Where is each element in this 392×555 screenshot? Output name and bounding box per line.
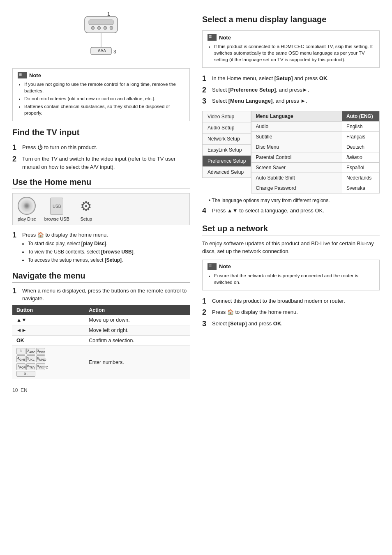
step-2-lang: 2 Select [Preference Setup], and press►. (202, 86, 380, 95)
svg-text:1: 1 (107, 12, 110, 17)
menu-item-network-setup: Network Setup (202, 133, 251, 144)
note-box-network: Note Ensure that the network cable is pr… (202, 260, 380, 290)
step-text: Select [Menu Language], and press ►. (212, 97, 307, 105)
option-label: Parental Control (251, 152, 342, 162)
step-num: 3 (202, 97, 212, 106)
lang-steps: 1 In the Home menu, select [Setup] and p… (202, 74, 380, 106)
disc-icon (18, 197, 36, 215)
home-menu-title: Use the Home menu (12, 177, 190, 189)
menu-item-audio-setup: Audio Setup (202, 122, 251, 133)
step-text: Connect this product to the broadband mo… (212, 297, 345, 305)
numpad: 1 2ABC 3DEF 4GHI 5JKL 6MNO 7PQRS 8TUV 9W… (16, 348, 81, 377)
step-text: When a menu is displayed, press the butt… (22, 287, 190, 303)
note-box-batteries: Note If you are not going to use the rem… (12, 68, 190, 121)
note-bullet: Do not mix batteries (old and new or car… (24, 95, 184, 102)
table-header-button: Button (12, 305, 85, 315)
note-icon (18, 72, 27, 78)
step-text: Select [Preference Setup], and press►. (212, 86, 309, 94)
step-num: 2 (202, 86, 212, 95)
option-value: Français (342, 132, 379, 142)
home-menu-section: Use the Home menu play Disc USB browse U… (12, 177, 190, 265)
note-header: Note (18, 72, 184, 78)
navigate-table: Button Action ▲▼ Move up or down. ◄► Mov… (12, 305, 190, 379)
option-row-subtitle: Subtitle Français (251, 131, 380, 142)
note-icon (208, 263, 217, 270)
option-header-label: Menu Language (251, 111, 342, 121)
step-text: Press 🏠 to display the home menu. To sta… (22, 231, 135, 265)
step-text: Select [Setup] and press OK. (212, 320, 283, 328)
step-num: 1 (12, 143, 22, 152)
note-bullet: Batteries contain chemical substances, s… (24, 103, 184, 116)
play-disc-label: play Disc (18, 216, 36, 221)
step-text: Turn on the TV and switch to the video i… (22, 155, 190, 171)
step-2-network: 2 Press 🏠 to display the home menu. (202, 308, 380, 317)
navigate-menu-section: Navigate the menu 1 When a menu is displ… (12, 271, 190, 379)
step-num: 1 (202, 74, 212, 83)
step-3-network: 3 Select [Setup] and press OK. (202, 320, 380, 329)
option-value: Italiano (342, 152, 379, 162)
key-1: 1 (16, 348, 25, 355)
set-up-network-title: Set up a network (202, 224, 380, 235)
select-language-title: Select a menu display language (202, 15, 380, 26)
step-text: Press ⏻ to turn on this product. (22, 143, 97, 152)
svg-point-4 (104, 26, 107, 30)
find-tv-input-section: Find the TV input 1 Press ⏻ to turn on t… (12, 128, 190, 171)
step-1-navigate: 1 When a menu is displayed, press the bu… (12, 287, 190, 303)
device-image: 1 AAA 3 (12, 8, 190, 62)
menu-item-video-setup: Video Setup (202, 111, 251, 122)
option-label: Disc Menu (251, 142, 342, 152)
select-language-section: Select a menu display language Note If t… (202, 15, 380, 216)
option-label: Change Password (251, 183, 342, 193)
step-2-find-tv: 2 Turn on the TV and switch to the video… (12, 155, 190, 171)
set-up-network-section: Set up a network To enjoy software updat… (202, 224, 380, 329)
note-title: Note (29, 72, 41, 78)
svg-rect-1 (89, 20, 113, 25)
option-header-row: Menu Language Auto (ENG) (251, 111, 380, 121)
step-num: 1 (12, 287, 22, 296)
action-cell: Move up or down. (85, 315, 190, 325)
step-4-lang: 4 Press ▲▼ to select a language, and pre… (202, 207, 380, 216)
network-intro: To enjoy software updates of this produc… (202, 240, 380, 256)
browse-usb-label: browse USB (44, 216, 69, 221)
options-column: Menu Language Auto (ENG) Audio English S… (251, 111, 380, 193)
bullet: To access the setup menus, select [Setup… (28, 256, 135, 264)
step-1-home-menu: 1 Press 🏠 to display the home menu. To s… (12, 231, 190, 265)
key-3: 3DEF (36, 348, 45, 355)
home-menu-bullets: To start disc play, select [play Disc]. … (22, 240, 135, 264)
setup-icon-item: ⚙ Setup (78, 198, 95, 221)
table-row: ◄► Move left or right. (12, 325, 190, 335)
page-number: 10 EN (12, 387, 190, 393)
step-num: 1 (12, 231, 22, 240)
button-cell: ▲▼ (12, 315, 85, 325)
option-value: English (342, 122, 379, 131)
key-7: 7PQRS (16, 363, 25, 370)
note-title: Note (219, 35, 231, 41)
svg-point-2 (91, 26, 95, 30)
button-cell: OK (12, 335, 85, 345)
table-row: ▲▼ Move up or down. (12, 315, 190, 325)
option-header-value: Auto (ENG) (342, 111, 379, 121)
svg-text:3: 3 (113, 49, 116, 55)
navigate-menu-title: Navigate the menu (12, 271, 190, 283)
key-2: 2ABC (26, 348, 35, 355)
note-box-language: Note If this product is connected to a H… (202, 30, 380, 68)
menu-item-preference-setup: Preference Setup (202, 155, 251, 166)
step-1-network: 1 Connect this product to the broadband … (202, 297, 380, 306)
network-steps: 1 Connect this product to the broadband … (202, 297, 380, 329)
setup-label: Setup (80, 216, 92, 221)
option-row-change-password: Change Password Svenska (251, 183, 380, 193)
action-cell: Confirm a selection. (85, 335, 190, 345)
note-title: Note (219, 263, 231, 269)
table-row: 1 2ABC 3DEF 4GHI 5JKL 6MNO 7PQRS 8TUV 9W… (12, 345, 190, 379)
key-8: 8TUV (26, 363, 35, 370)
key-9: 9WXYZ (36, 363, 45, 370)
language-note: The language options may vary from diffe… (209, 198, 380, 203)
menu-item-easylink-setup: EasyLink Setup (202, 144, 251, 155)
option-value: Svenska (342, 183, 379, 193)
note-bullet: Ensure that the network cable is properl… (214, 272, 374, 286)
action-cell: Move left or right. (85, 325, 190, 335)
step-1-lang: 1 In the Home menu, select [Setup] and p… (202, 74, 380, 83)
step-text: In the Home menu, select [Setup] and pre… (212, 74, 329, 83)
option-row-disc-menu: Disc Menu Deutsch (251, 142, 380, 152)
key-6: 6MNO (36, 355, 45, 362)
